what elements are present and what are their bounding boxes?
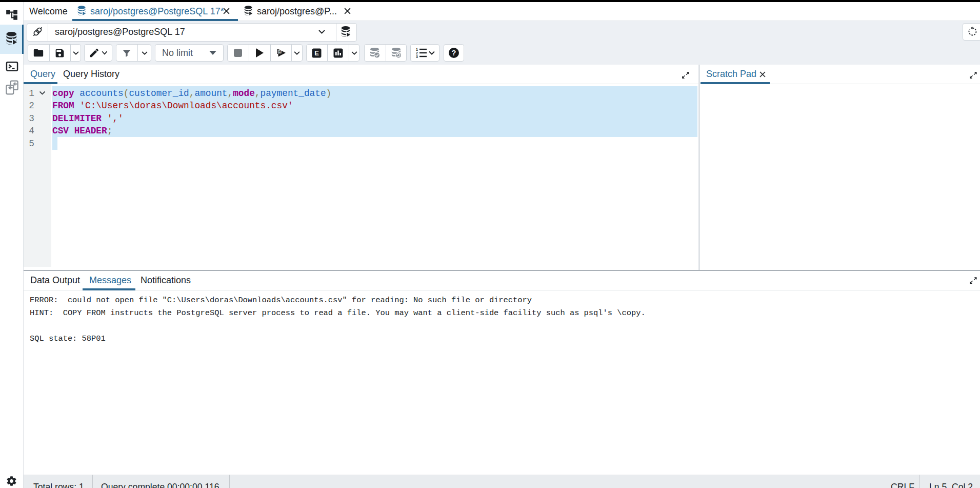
svg-text:1: 1 <box>278 50 281 53</box>
svg-text:2: 2 <box>416 51 418 55</box>
svg-text:E: E <box>314 49 319 57</box>
svg-text:3: 3 <box>416 55 418 58</box>
svg-text:1: 1 <box>416 48 418 51</box>
svg-text:?: ? <box>452 49 456 57</box>
